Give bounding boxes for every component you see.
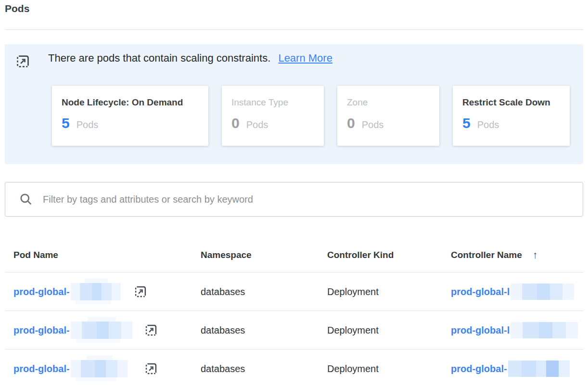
- constraint-cards: Node Lifecycle: On Demand 5 Pods Instanc…: [52, 86, 570, 146]
- table-row: prod-global- databases Deployment prod-g…: [5, 349, 583, 387]
- controller-kind-cell: Deployment: [327, 325, 379, 336]
- redacted-text: [511, 322, 578, 338]
- controller-name-cell: prod-global-: [451, 361, 570, 377]
- banner-message: There are pods that contain scaling cons…: [48, 52, 270, 64]
- card-count: 5 Pods: [62, 115, 199, 131]
- arrow-up-icon[interactable]: ↑: [533, 249, 538, 261]
- search-input[interactable]: [42, 194, 573, 206]
- card-count: 0 Pods: [231, 115, 314, 131]
- controller-name-link[interactable]: prod-global-: [451, 363, 507, 374]
- pods-page: Pods There are pods that contain scaling…: [0, 0, 588, 387]
- search-icon: [19, 192, 33, 206]
- scale-out-icon[interactable]: [134, 285, 147, 298]
- controller-name-link[interactable]: prod-global-l: [451, 286, 510, 297]
- column-header-controller-name[interactable]: Controller Name ↑: [451, 249, 537, 261]
- card-title: Instance Type: [231, 97, 314, 108]
- redacted-text: [508, 361, 570, 377]
- constraint-card-restrict-scale-down[interactable]: Restrict Scale Down 5 Pods: [453, 86, 570, 146]
- redacted-text: [71, 283, 121, 300]
- card-count-value: 5: [62, 115, 70, 131]
- column-header-pod-name[interactable]: Pod Name: [13, 250, 58, 260]
- namespace-cell: databases: [201, 363, 245, 374]
- pod-name-cell: prod-global-: [13, 360, 128, 377]
- column-header-namespace[interactable]: Namespace: [201, 250, 252, 260]
- card-count-unit: Pods: [77, 119, 99, 130]
- table-row: prod-global- databases Deployment prod-g…: [5, 310, 583, 349]
- namespace-cell: databases: [201, 325, 245, 336]
- title-divider: [5, 29, 583, 30]
- table-row: prod-global- databases Deployment prod-g…: [5, 272, 583, 311]
- card-title: Zone: [347, 97, 430, 108]
- card-count: 5 Pods: [462, 115, 560, 131]
- constraint-card-node-lifecycle[interactable]: Node Lifecycle: On Demand 5 Pods: [52, 86, 208, 146]
- controller-kind-cell: Deployment: [327, 286, 379, 297]
- controller-kind-cell: Deployment: [327, 363, 379, 374]
- column-header-label: Controller Name: [451, 250, 522, 260]
- table-header: Pod Name Namespace Controller Kind Contr…: [5, 243, 583, 267]
- card-count-value: 0: [231, 115, 240, 131]
- scale-out-icon: [15, 54, 30, 69]
- column-header-controller-kind[interactable]: Controller Kind: [327, 250, 394, 260]
- filter-bar: [5, 182, 583, 217]
- card-title: Restrict Scale Down: [462, 97, 560, 108]
- pod-name-link[interactable]: prod-global-: [13, 286, 70, 297]
- scale-out-icon[interactable]: [144, 323, 158, 337]
- card-count-unit: Pods: [246, 119, 268, 130]
- redacted-text: [511, 284, 574, 300]
- controller-name-cell: prod-global-l: [451, 322, 578, 338]
- learn-more-link[interactable]: Learn More: [278, 52, 332, 64]
- scaling-constraints-banner: There are pods that contain scaling cons…: [5, 44, 583, 164]
- constraint-card-zone[interactable]: Zone 0 Pods: [337, 86, 439, 146]
- card-count: 0 Pods: [347, 115, 430, 131]
- scale-out-icon[interactable]: [144, 362, 158, 375]
- namespace-cell: databases: [201, 286, 245, 297]
- redacted-text: [71, 360, 128, 377]
- card-count-unit: Pods: [362, 119, 384, 130]
- card-count-value: 0: [347, 115, 355, 131]
- redacted-text: [71, 322, 132, 339]
- pod-name-cell: prod-global-: [13, 283, 121, 300]
- card-title: Node Lifecycle: On Demand: [62, 97, 199, 108]
- controller-name-link[interactable]: prod-global-l: [451, 325, 510, 336]
- page-title: Pods: [5, 3, 29, 14]
- controller-name-cell: prod-global-l: [451, 284, 574, 300]
- card-count-unit: Pods: [477, 119, 499, 130]
- banner-message-line: There are pods that contain scaling cons…: [48, 52, 332, 64]
- pod-name-link[interactable]: prod-global-: [13, 325, 70, 336]
- card-count-value: 5: [462, 115, 471, 131]
- pod-name-cell: prod-global-: [13, 322, 132, 339]
- constraint-card-instance-type[interactable]: Instance Type 0 Pods: [222, 86, 324, 146]
- pod-name-link[interactable]: prod-global-: [13, 363, 70, 374]
